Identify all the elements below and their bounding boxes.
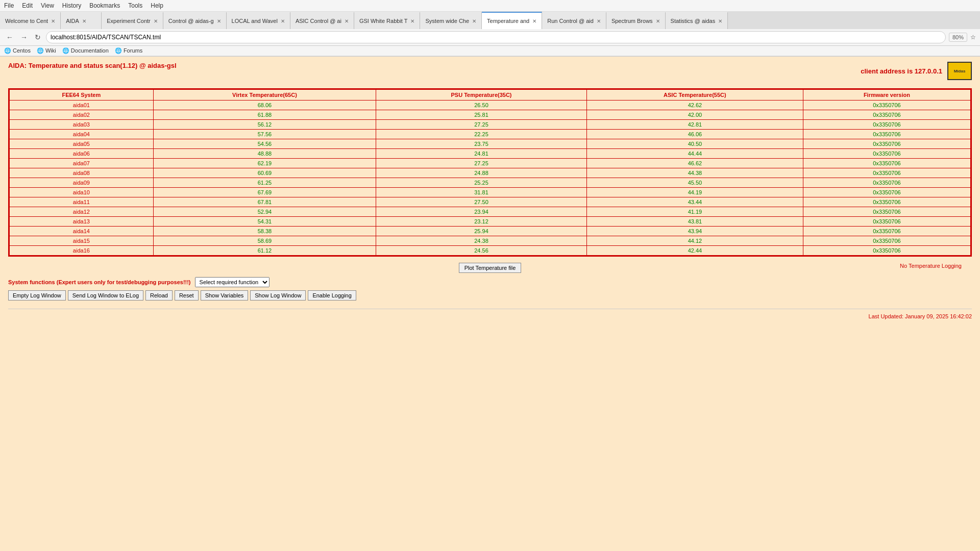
data-cell: 0x3350706	[803, 130, 970, 139]
data-cell: 0x3350706	[803, 188, 970, 197]
tab-local-wavel[interactable]: LOCAL and Wavel ✕	[227, 12, 290, 29]
reload-button[interactable]: ↻	[33, 32, 43, 42]
send-log-elog-button[interactable]: Send Log Window to ELog	[68, 290, 143, 300]
system-name-cell: aida12	[10, 207, 154, 217]
data-cell: 46.06	[586, 130, 803, 139]
function-select[interactable]: Select required function	[195, 277, 270, 287]
menu-history[interactable]: History	[62, 2, 81, 9]
data-cell: 24.88	[376, 168, 587, 178]
show-log-window-button[interactable]: Show Log Window	[250, 290, 306, 300]
menu-view[interactable]: View	[41, 2, 54, 9]
table-row: aida1354.3123.1243.810x3350706	[10, 217, 971, 227]
data-cell: 67.81	[153, 197, 376, 207]
menu-file[interactable]: File	[4, 2, 14, 9]
table-row: aida0762.1927.2546.620x3350706	[10, 159, 971, 168]
action-buttons: Empty Log Window Send Log Window to ELog…	[8, 290, 972, 300]
tab-close-icon[interactable]: ✕	[82, 18, 86, 24]
system-name-cell: aida16	[10, 246, 154, 256]
data-cell: 27.25	[376, 120, 587, 130]
system-name-cell: aida06	[10, 149, 154, 159]
bookmark-documentation[interactable]: 🌐 Documentation	[62, 47, 109, 54]
tab-gsi-white-rabbit[interactable]: GSI White Rabbit T ✕	[354, 12, 421, 29]
system-functions-section: System functions (Expert users only for …	[8, 277, 972, 287]
back-button[interactable]: ←	[4, 32, 15, 42]
data-cell: 42.44	[586, 246, 803, 256]
tab-close-icon[interactable]: ✕	[472, 18, 476, 24]
data-cell: 61.88	[153, 110, 376, 120]
tab-run-control[interactable]: Run Control @ aid ✕	[542, 12, 606, 29]
data-cell: 52.94	[153, 207, 376, 217]
tab-experiment-contr[interactable]: Experiment Contr ✕	[102, 12, 163, 29]
col-header-system: FEE64 System	[10, 90, 154, 101]
bookmark-star-icon[interactable]: ☆	[970, 34, 976, 41]
tab-system-wide-che[interactable]: System wide Che ✕	[420, 12, 482, 29]
tab-statistics-aidas[interactable]: Statistics @ aidas ✕	[666, 12, 728, 29]
tab-close-icon[interactable]: ✕	[532, 18, 536, 24]
system-name-cell: aida04	[10, 130, 154, 139]
tab-bar: Welcome to Cent ✕ AIDA ✕ Experiment Cont…	[0, 12, 980, 29]
tab-asic-control[interactable]: ASIC Control @ ai ✕	[290, 12, 354, 29]
data-cell: 0x3350706	[803, 227, 970, 236]
tab-close-icon[interactable]: ✕	[154, 18, 158, 24]
tab-close-icon[interactable]: ✕	[345, 18, 349, 24]
plot-temperature-button[interactable]: Plot Temperature file	[459, 263, 522, 273]
data-cell: 42.81	[586, 120, 803, 130]
data-cell: 61.25	[153, 178, 376, 188]
data-cell: 0x3350706	[803, 168, 970, 178]
tab-welcome-to-cent[interactable]: Welcome to Cent ✕	[0, 12, 61, 29]
data-cell: 43.94	[586, 227, 803, 236]
tab-control-aidas-g[interactable]: Control @ aidas-g ✕	[163, 12, 227, 29]
tab-close-icon[interactable]: ✕	[656, 18, 660, 24]
data-cell: 0x3350706	[803, 178, 970, 188]
bookmark-forums[interactable]: 🌐 Forums	[115, 47, 142, 54]
data-cell: 60.69	[153, 168, 376, 178]
client-address: client address is 127.0.0.1	[861, 67, 942, 75]
table-row: aida1661.1224.5642.440x3350706	[10, 246, 971, 256]
tab-close-icon[interactable]: ✕	[410, 18, 414, 24]
data-cell: 31.81	[376, 188, 587, 197]
menu-help[interactable]: Help	[151, 2, 163, 9]
table-row: aida0168.0626.5042.620x3350706	[10, 101, 971, 110]
menu-tools[interactable]: Tools	[128, 2, 142, 9]
table-row: aida1252.9423.9441.190x3350706	[10, 207, 971, 217]
tab-close-icon[interactable]: ✕	[597, 18, 601, 24]
show-variables-button[interactable]: Show Variables	[201, 290, 249, 300]
data-cell: 0x3350706	[803, 197, 970, 207]
bookmark-centos[interactable]: 🌐 Centos	[4, 47, 31, 54]
data-table-wrapper: FEE64 System Virtex Temperature(65C) PSU…	[8, 88, 972, 257]
tab-close-icon[interactable]: ✕	[51, 18, 55, 24]
data-cell: 22.25	[376, 130, 587, 139]
table-row: aida0961.2525.2545.500x3350706	[10, 178, 971, 188]
url-input[interactable]	[46, 31, 946, 43]
data-cell: 0x3350706	[803, 217, 970, 227]
table-row: aida1558.6924.3844.120x3350706	[10, 236, 971, 246]
data-cell: 0x3350706	[803, 207, 970, 217]
tab-close-icon[interactable]: ✕	[718, 18, 722, 24]
table-row: aida1458.3825.9443.940x3350706	[10, 227, 971, 236]
menu-bookmarks[interactable]: Bookmarks	[89, 2, 120, 9]
enable-logging-button[interactable]: Enable Logging	[308, 290, 356, 300]
tab-close-icon[interactable]: ✕	[217, 18, 221, 24]
table-header-row: FEE64 System Virtex Temperature(65C) PSU…	[10, 90, 971, 101]
reset-button[interactable]: Reset	[175, 290, 199, 300]
data-cell: 44.38	[586, 168, 803, 178]
data-cell: 40.50	[586, 139, 803, 149]
menu-edit[interactable]: Edit	[22, 2, 33, 9]
data-cell: 57.56	[153, 130, 376, 139]
bookmark-wiki[interactable]: 🌐 Wiki	[37, 47, 56, 54]
table-row: aida0356.1227.2542.810x3350706	[10, 120, 971, 130]
footer: Last Updated: January 09, 2025 16:42:02	[8, 309, 972, 319]
data-cell: 42.00	[586, 110, 803, 120]
table-row: aida0554.5623.7540.500x3350706	[10, 139, 971, 149]
col-header-virtex-temp: Virtex Temperature(65C)	[153, 90, 376, 101]
data-cell: 0x3350706	[803, 159, 970, 168]
system-name-cell: aida13	[10, 217, 154, 227]
tab-temperature-and[interactable]: Temperature and ✕	[482, 12, 542, 29]
system-name-cell: aida10	[10, 188, 154, 197]
tab-close-icon[interactable]: ✕	[281, 18, 285, 24]
tab-aida[interactable]: AIDA ✕	[61, 12, 102, 29]
reload-button[interactable]: Reload	[145, 290, 173, 300]
forward-button[interactable]: →	[18, 32, 30, 42]
tab-spectrum-brows[interactable]: Spectrum Brows ✕	[606, 12, 666, 29]
empty-log-button[interactable]: Empty Log Window	[8, 290, 66, 300]
